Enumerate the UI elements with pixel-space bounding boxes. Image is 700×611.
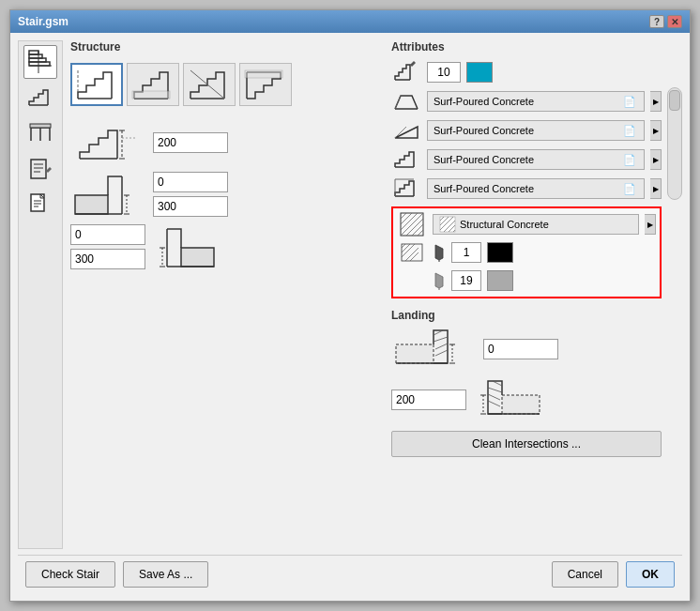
- material-page-icon-3: 📄: [623, 154, 636, 166]
- structural-arrow[interactable]: ▶: [645, 214, 656, 235]
- material-arrow-2[interactable]: ▶: [650, 120, 662, 141]
- structural-concrete-field[interactable]: Structural Concrete: [433, 214, 639, 235]
- hatch-pen-icon: [401, 243, 423, 262]
- stair-type-2-icon: [129, 66, 176, 103]
- stair-type-2[interactable]: [127, 63, 179, 106]
- attrs-main: Surf-Poured Concrete 📄 ▶: [391, 59, 662, 457]
- sidebar-icon-1[interactable]: [23, 45, 57, 79]
- material-field-3[interactable]: Surf-Poured Concrete 📄: [427, 149, 645, 170]
- material-arrow-1[interactable]: ▶: [650, 91, 662, 112]
- material-icon-2: [391, 117, 421, 144]
- svg-line-51: [395, 127, 406, 138]
- param-icon-2: [70, 172, 145, 219]
- stair-type-1-icon: [73, 66, 120, 103]
- check-stair-button[interactable]: Check Stair: [25, 561, 115, 588]
- left-sidebar: [18, 40, 63, 549]
- highlight-pen-field-2[interactable]: [451, 270, 481, 291]
- sidebar-icon-2[interactable]: [23, 81, 57, 115]
- pen-stair-icon: [393, 59, 419, 85]
- stair-type-4[interactable]: [239, 63, 292, 106]
- material-field-1[interactable]: Surf-Poured Concrete 📄: [427, 91, 645, 112]
- svg-line-84: [435, 350, 448, 356]
- surface-stair-icon: [393, 88, 419, 115]
- landing-field-2[interactable]: [391, 390, 466, 410]
- ok-button[interactable]: OK: [626, 561, 675, 588]
- param-row-2: [70, 172, 384, 219]
- attributes-panel: Attributes: [391, 40, 682, 549]
- param-field-3b[interactable]: [70, 249, 145, 269]
- stair-type-3-icon: [186, 66, 233, 103]
- svg-marker-50: [395, 127, 418, 138]
- svg-rect-25: [132, 91, 170, 99]
- stair-type-1[interactable]: [70, 63, 123, 106]
- param-field-3a[interactable]: [70, 224, 145, 245]
- landing-row-2: [391, 376, 662, 423]
- highlight-pen-row-2: [397, 268, 656, 293]
- clean-intersections-button[interactable]: Clean Intersections ...: [391, 431, 662, 457]
- right-scrollbar[interactable]: [667, 87, 682, 200]
- sidebar-icon-4[interactable]: [23, 152, 57, 186]
- material-icon-3: [391, 146, 421, 173]
- svg-line-27: [190, 70, 224, 99]
- window-title: Stair.gsm: [18, 15, 68, 28]
- close-button[interactable]: ✕: [667, 15, 682, 28]
- param-row-1: [70, 119, 384, 166]
- attrs-content: Surf-Poured Concrete 📄 ▶: [391, 59, 682, 457]
- bottom-bar: Check Stair Save As ... Cancel OK: [18, 555, 682, 593]
- scroll-thumb[interactable]: [669, 90, 680, 111]
- material-icon-1: [391, 88, 421, 115]
- help-button[interactable]: ?: [649, 15, 664, 28]
- landing-field-1[interactable]: [483, 339, 558, 359]
- stair-top-icon: [27, 49, 53, 75]
- material-arrow-4[interactable]: ▶: [650, 178, 662, 199]
- svg-rect-29: [245, 70, 282, 78]
- pen-color-1[interactable]: [487, 242, 513, 263]
- svg-line-60: [401, 213, 423, 236]
- svg-rect-11: [30, 124, 51, 128]
- material-row-3: Surf-Poured Concrete 📄 ▶: [391, 146, 662, 173]
- save-as-button[interactable]: Save As ...: [123, 561, 208, 588]
- highlight-pen-field-1[interactable]: [451, 242, 481, 263]
- pen-row: [391, 59, 662, 85]
- pen-color-2[interactable]: [487, 270, 513, 291]
- sidebar-icon-3[interactable]: [23, 116, 57, 150]
- pen-color-box[interactable]: [466, 62, 493, 83]
- title-bar-buttons: ? ✕: [649, 15, 682, 28]
- material-page-icon-2: 📄: [623, 125, 636, 137]
- cancel-button[interactable]: Cancel: [552, 561, 618, 588]
- highlight-section: Structural Concrete ▶: [391, 206, 662, 298]
- param-fields-col-3a: [70, 224, 145, 269]
- pen-tool-icon-1: [433, 243, 446, 262]
- material-field-4[interactable]: Surf-Poured Concrete 📄: [427, 178, 645, 199]
- material-page-icon-1: 📄: [623, 96, 636, 108]
- material-row-2: Surf-Poured Concrete 📄 ▶: [391, 117, 662, 144]
- material-arrow-3[interactable]: ▶: [650, 149, 662, 170]
- svg-rect-41: [181, 248, 214, 267]
- svg-line-91: [488, 388, 502, 392]
- highlight-pen-icon-2-spacer: [397, 268, 427, 293]
- stair-type-4-icon: [242, 66, 289, 103]
- pen-tool-icon-2: [433, 271, 446, 290]
- pen-attr-icon: [391, 59, 421, 85]
- sidebar-icon-5[interactable]: [23, 188, 57, 221]
- svg-line-57: [401, 213, 406, 219]
- param-field-2b[interactable]: [153, 196, 228, 217]
- window-content: Structure: [10, 33, 690, 601]
- rail-icon: [27, 120, 53, 146]
- structure-panel: Structure: [70, 40, 384, 549]
- param-field-2a[interactable]: [153, 172, 228, 192]
- pen-value-field[interactable]: [427, 62, 461, 83]
- structure-label: Structure: [70, 40, 384, 53]
- riser-stair-icon: [393, 176, 419, 202]
- title-bar: Stair.gsm ? ✕: [10, 10, 690, 33]
- material-field-2[interactable]: Surf-Poured Concrete 📄: [427, 120, 645, 141]
- main-area: Structure: [18, 40, 682, 549]
- svg-rect-79: [396, 344, 434, 363]
- stair-type-3[interactable]: [183, 63, 236, 106]
- svg-line-76: [410, 252, 418, 261]
- param-field-1[interactable]: [153, 132, 228, 153]
- concrete-hatch-icon: [439, 216, 456, 233]
- landing-icon-1: [391, 326, 476, 373]
- document-icon: [27, 191, 53, 218]
- bottom-left-buttons: Check Stair Save As ...: [25, 561, 208, 588]
